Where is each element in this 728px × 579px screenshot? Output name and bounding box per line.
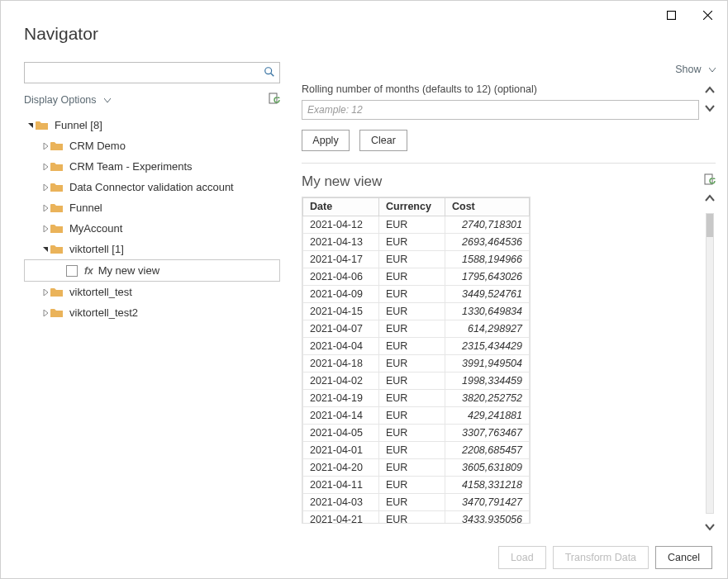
cell-date: 2021-04-03 <box>303 494 379 511</box>
fx-icon: fx <box>84 265 93 277</box>
tree-label: CRM Team - Experiments <box>69 160 193 173</box>
cell-cost: 3307,763467 <box>445 425 530 442</box>
search-icon[interactable] <box>264 66 275 81</box>
display-options-dropdown[interactable]: Display Options <box>24 94 111 106</box>
cell-date: 2021-04-05 <box>303 425 379 442</box>
expander-icon[interactable] <box>40 289 50 296</box>
cell-date: 2021-04-18 <box>303 355 379 373</box>
table-row[interactable]: 2021-04-15EUR1330,649834 <box>303 303 530 320</box>
tree-folder[interactable]: Data Connector validation account <box>24 177 280 197</box>
cell-currency: EUR <box>379 338 445 355</box>
col-cost[interactable]: Cost <box>445 198 530 216</box>
scroll-thumb[interactable] <box>707 214 713 237</box>
table-row[interactable]: 2021-04-06EUR1795,643026 <box>303 268 530 286</box>
table-row[interactable]: 2021-04-19EUR3820,252752 <box>303 390 530 407</box>
cell-currency: EUR <box>379 425 445 442</box>
param-scroll[interactable] <box>704 83 716 151</box>
cell-cost: 3470,791427 <box>445 494 530 511</box>
cancel-button[interactable]: Cancel <box>655 546 712 569</box>
load-button[interactable]: Load <box>498 546 546 569</box>
table-row[interactable]: 2021-04-18EUR3991,949504 <box>303 355 530 373</box>
checkbox[interactable] <box>66 265 78 277</box>
chevron-up-icon[interactable] <box>704 83 716 98</box>
tree-folder[interactable]: viktortell_test <box>24 282 280 302</box>
cell-date: 2021-04-13 <box>303 234 379 251</box>
show-dropdown[interactable]: Show <box>675 64 716 75</box>
clear-button[interactable]: Clear <box>359 130 407 151</box>
chevron-up-icon[interactable] <box>704 192 716 206</box>
table-row[interactable]: 2021-04-01EUR2208,685457 <box>303 442 530 459</box>
navigator-dialog: Navigator Display Options <box>0 0 728 579</box>
preview-grid[interactable]: Date Currency Cost 2021-04-12EUR2740,718… <box>302 197 531 524</box>
cell-cost: 1330,649834 <box>445 303 530 320</box>
expander-icon[interactable] <box>40 143 50 149</box>
nav-tree: Funnel [8] CRM DemoCRM Team - Experiment… <box>24 115 280 323</box>
show-label: Show <box>675 64 701 75</box>
expander-icon[interactable] <box>40 205 50 211</box>
table-row[interactable]: 2021-04-14EUR429,241881 <box>303 407 530 425</box>
expander-icon[interactable] <box>40 310 50 316</box>
cell-date: 2021-04-04 <box>303 338 379 355</box>
preview-scrollbar[interactable] <box>704 192 716 535</box>
svg-line-4 <box>271 74 274 77</box>
table-row[interactable]: 2021-04-11EUR4158,331218 <box>303 477 530 494</box>
folder-icon <box>50 308 63 318</box>
table-row[interactable]: 2021-04-03EUR3470,791427 <box>303 494 530 511</box>
cell-cost: 429,241881 <box>445 407 530 425</box>
chevron-down-icon <box>709 64 716 75</box>
tree-root[interactable]: Funnel [8] <box>24 115 280 135</box>
display-options-label: Display Options <box>24 94 97 106</box>
cell-cost: 3820,252752 <box>445 390 530 407</box>
table-row[interactable]: 2021-04-09EUR3449,524761 <box>303 286 530 303</box>
expander-icon[interactable] <box>26 122 36 129</box>
tree-folder[interactable]: Funnel <box>24 197 280 218</box>
chevron-down-icon[interactable] <box>704 520 716 535</box>
cell-currency: EUR <box>379 216 445 234</box>
table-row[interactable]: 2021-04-04EUR2315,434429 <box>303 338 530 355</box>
table-row[interactable]: 2021-04-02EUR1998,334459 <box>303 373 530 390</box>
cell-currency: EUR <box>379 477 445 494</box>
cell-date: 2021-04-09 <box>303 286 379 303</box>
tree-folder[interactable]: MyAccount <box>24 218 280 239</box>
table-row[interactable]: 2021-04-21EUR3433,935056 <box>303 511 530 524</box>
tree-leaf-selected[interactable]: fxMy new view <box>24 259 280 282</box>
cell-date: 2021-04-01 <box>303 442 379 459</box>
apply-button[interactable]: Apply <box>302 130 350 151</box>
table-row[interactable]: 2021-04-07EUR614,298927 <box>303 320 530 338</box>
expander-icon[interactable] <box>40 246 50 253</box>
folder-icon <box>50 224 63 234</box>
chevron-down-icon[interactable] <box>704 102 716 116</box>
col-date[interactable]: Date <box>303 198 379 216</box>
search-input[interactable] <box>24 62 280 83</box>
refresh-icon[interactable] <box>269 93 280 108</box>
tree-label: Funnel [8] <box>55 119 102 131</box>
table-row[interactable]: 2021-04-17EUR1588,194966 <box>303 251 530 268</box>
tree-folder[interactable]: viktortell_test2 <box>24 302 280 323</box>
tree-folder[interactable]: CRM Demo <box>24 135 280 156</box>
cell-cost: 614,298927 <box>445 320 530 338</box>
rolling-months-input[interactable] <box>302 100 699 120</box>
transform-data-button[interactable]: Transform Data <box>553 546 649 569</box>
refresh-preview-icon[interactable] <box>704 173 716 190</box>
cell-currency: EUR <box>379 442 445 459</box>
folder-icon <box>36 121 48 131</box>
cell-currency: EUR <box>379 407 445 425</box>
cell-cost: 2693,464536 <box>445 234 530 251</box>
expander-icon[interactable] <box>40 164 50 170</box>
table-row[interactable]: 2021-04-12EUR2740,718301 <box>303 216 530 234</box>
cell-cost: 4158,331218 <box>445 477 530 494</box>
dialog-footer: Load Transform Data Cancel <box>1 535 727 578</box>
table-row[interactable]: 2021-04-20EUR3605,631809 <box>303 459 530 477</box>
tree-folder[interactable]: CRM Team - Experiments <box>24 156 280 177</box>
expander-icon[interactable] <box>40 184 50 191</box>
cell-cost: 1795,643026 <box>445 268 530 286</box>
cell-cost: 3991,949504 <box>445 355 530 373</box>
table-row[interactable]: 2021-04-05EUR3307,763467 <box>303 425 530 442</box>
maximize-icon <box>667 11 676 20</box>
scroll-track[interactable] <box>706 213 714 514</box>
table-row[interactable]: 2021-04-13EUR2693,464536 <box>303 234 530 251</box>
folder-icon <box>50 141 63 151</box>
col-currency[interactable]: Currency <box>379 198 445 216</box>
expander-icon[interactable] <box>40 225 50 232</box>
tree-folder[interactable]: viktortell [1] <box>24 239 280 259</box>
